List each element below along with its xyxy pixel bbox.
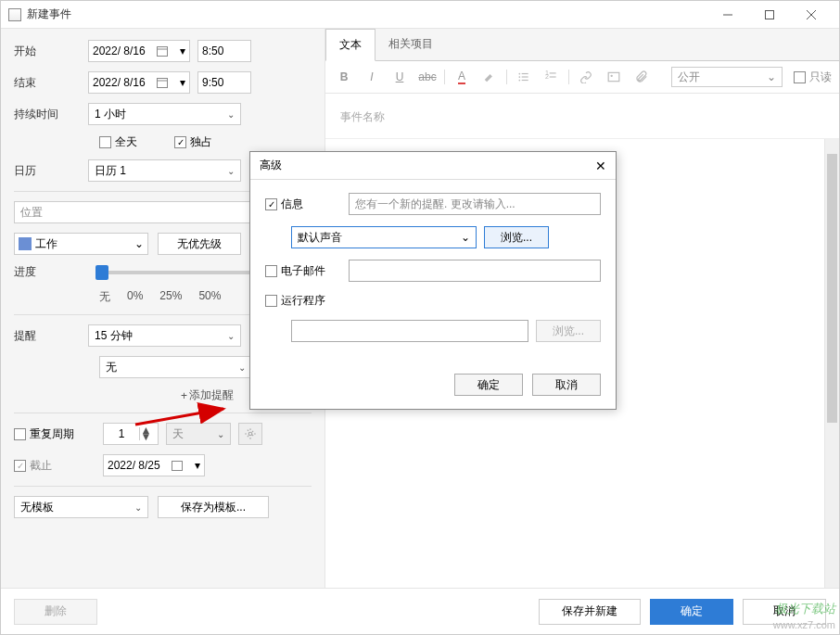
link-button[interactable] <box>575 67 597 87</box>
run-browse-button[interactable]: 浏览... <box>536 320 601 342</box>
image-icon <box>607 70 620 83</box>
repeat-count-input[interactable] <box>104 427 139 440</box>
svg-rect-15 <box>522 80 528 81</box>
email-checkbox[interactable]: 电子邮件 <box>265 263 339 279</box>
bullet-list-button[interactable] <box>513 67 535 87</box>
ok-button[interactable]: 确定 <box>650 599 733 625</box>
list-icon <box>517 70 530 83</box>
svg-point-14 <box>518 80 520 82</box>
minimize-button[interactable] <box>706 2 748 28</box>
italic-button[interactable]: I <box>361 67 383 87</box>
tab-related[interactable]: 相关项目 <box>375 29 446 60</box>
marker-icon <box>483 70 496 83</box>
allday-checkbox[interactable]: 全天 <box>99 134 137 150</box>
chevron-down-icon: ⌄ <box>217 429 224 439</box>
close-button[interactable] <box>790 2 832 28</box>
start-date-input[interactable]: 2022/ 8/16 ▾ <box>88 40 190 62</box>
svg-point-8 <box>248 432 252 436</box>
dialog-title-text: 高级 <box>260 158 282 173</box>
priority-button[interactable]: 无优先级 <box>158 233 241 255</box>
email-input[interactable] <box>349 260 601 282</box>
category-select[interactable]: 工作 ⌄ <box>14 233 148 255</box>
cancel-button[interactable]: 取消 <box>743 599 826 625</box>
chevron-down-icon: ▾ <box>180 44 185 57</box>
gear-icon <box>244 427 257 440</box>
dialog-ok-button[interactable]: 确定 <box>454 374 523 396</box>
vertical-scrollbar[interactable] <box>824 139 839 588</box>
calendar-icon <box>157 45 168 57</box>
maximize-button[interactable] <box>748 2 790 28</box>
chevron-down-icon: ⌄ <box>227 109 235 120</box>
divider <box>14 413 312 413</box>
checkbox-box: ✓ <box>174 136 186 148</box>
svg-point-10 <box>518 73 520 75</box>
calendar-icon <box>172 460 183 471</box>
visibility-select[interactable]: 公开⌄ <box>671 67 783 87</box>
start-label: 开始 <box>14 44 88 59</box>
repeat-checkbox[interactable]: 重复周期 <box>14 426 95 442</box>
template-select[interactable]: 无模板⌄ <box>14 496 148 518</box>
advanced-dialog: 高级 ✕ ✓ 信息 您有一个新的提醒. 更改请输入... 默认声音 ⌄ 浏览..… <box>249 151 617 410</box>
underline-button[interactable]: U <box>388 67 411 87</box>
link-icon <box>579 70 592 83</box>
separator <box>444 70 445 84</box>
highlight-button[interactable] <box>478 67 501 87</box>
checkbox-box <box>265 265 277 277</box>
tab-text[interactable]: 文本 <box>325 29 375 61</box>
duration-select[interactable]: 1 小时⌄ <box>88 103 241 125</box>
reminder-select[interactable]: 15 分钟⌄ <box>88 324 241 347</box>
deadline-date-input[interactable]: 2022/ 8/25 ▾ <box>103 454 205 476</box>
svg-rect-9 <box>172 462 183 471</box>
font-color-button[interactable]: A <box>451 67 473 87</box>
bold-button[interactable]: B <box>333 67 355 87</box>
checkbox-box <box>265 295 277 307</box>
save-template-button[interactable]: 保存为模板... <box>158 496 269 518</box>
svg-rect-13 <box>522 76 528 77</box>
end-date-input[interactable]: 2022/ 8/16 ▾ <box>88 71 190 94</box>
chevron-down-icon: ▾ <box>180 76 185 89</box>
separator <box>506 70 507 84</box>
end-time-input[interactable]: 9:50 <box>197 71 251 94</box>
sound-select[interactable]: 默认声音 ⌄ <box>291 226 477 248</box>
info-message-input[interactable]: 您有一个新的提醒. 更改请输入... <box>349 193 601 215</box>
deadline-checkbox[interactable]: ✓ 截止 <box>14 458 95 474</box>
repeat-settings-button[interactable] <box>238 423 262 445</box>
scrollbar-thumb[interactable] <box>827 154 837 423</box>
delete-button[interactable]: 删除 <box>14 599 97 625</box>
event-title-input[interactable]: 事件名称 <box>325 94 839 139</box>
number-list-button[interactable]: 12 <box>541 67 563 87</box>
run-program-input[interactable] <box>291 320 528 342</box>
calendar-select[interactable]: 日历 1⌄ <box>88 159 241 182</box>
save-and-new-button[interactable]: 保存并新建 <box>539 599 641 625</box>
chevron-down-icon: ⌄ <box>461 231 470 244</box>
reminder2-select[interactable]: 无⌄ <box>99 356 252 378</box>
image-button[interactable] <box>603 67 625 87</box>
sound-browse-button[interactable]: 浏览... <box>484 226 549 248</box>
separator <box>568 70 569 84</box>
plus-icon: + <box>181 389 187 402</box>
dialog-close-button[interactable]: ✕ <box>595 159 606 173</box>
chevron-down-icon: ⌄ <box>134 237 144 250</box>
strike-button[interactable]: abc <box>416 67 439 87</box>
chevron-down-icon: ⌄ <box>767 70 776 83</box>
start-time-input[interactable]: 8:50 <box>197 40 251 62</box>
spinner-arrows[interactable]: ▲▼ <box>139 427 152 440</box>
repeat-count-spinner[interactable]: ▲▼ <box>103 423 159 445</box>
calendar-label: 日历 <box>14 163 88 179</box>
info-checkbox[interactable]: ✓ 信息 <box>265 197 339 212</box>
window-title: 新建事件 <box>27 6 706 22</box>
numbered-list-icon: 12 <box>545 70 558 83</box>
svg-rect-1 <box>765 10 773 19</box>
chevron-down-icon: ⌄ <box>227 331 235 341</box>
svg-point-12 <box>518 76 520 78</box>
exclusive-checkbox[interactable]: ✓ 独占 <box>174 134 212 150</box>
attachment-button[interactable] <box>630 67 653 87</box>
svg-rect-20 <box>608 72 619 81</box>
dialog-cancel-button[interactable]: 取消 <box>532 374 601 396</box>
run-checkbox[interactable]: 运行程序 <box>265 293 339 309</box>
svg-text:2: 2 <box>545 73 549 80</box>
slider-thumb[interactable] <box>95 265 108 280</box>
chevron-down-icon: ▾ <box>195 459 200 472</box>
readonly-checkbox[interactable]: 只读 <box>794 70 832 85</box>
repeat-unit-select[interactable]: 天⌄ <box>166 423 231 445</box>
